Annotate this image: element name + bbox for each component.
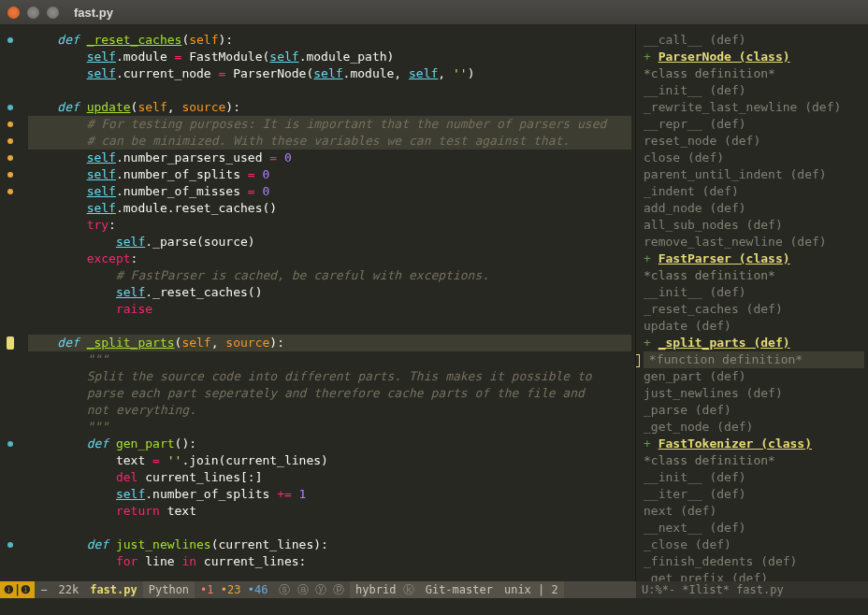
outline-item[interactable]: gen_part (def) bbox=[644, 368, 864, 385]
outline-item[interactable]: *class definition* bbox=[644, 267, 864, 284]
outline-label: FastParser (class) bbox=[658, 251, 790, 265]
outline-item[interactable]: _rewrite_last_newline (def) bbox=[644, 99, 864, 116]
code-line[interactable]: Split the source code into different par… bbox=[28, 368, 631, 385]
outline-item[interactable]: update (def) bbox=[644, 318, 864, 335]
gutter-marker[interactable] bbox=[7, 138, 13, 144]
code-line[interactable]: del current_lines[:] bbox=[28, 469, 631, 486]
fold-toggle-icon[interactable]: + bbox=[644, 336, 658, 350]
code-line[interactable]: """ bbox=[28, 351, 631, 368]
code-line[interactable] bbox=[28, 520, 631, 536]
gutter-marker[interactable] bbox=[7, 122, 13, 127]
outline-item[interactable]: + FastTokenizer (class) bbox=[644, 436, 864, 452]
outline-item[interactable]: __repr__ (def) bbox=[644, 116, 864, 133]
code-line[interactable]: text = ''.join(current_lines) bbox=[28, 452, 631, 469]
outline-item[interactable]: + _split_parts (def) bbox=[644, 335, 864, 351]
code-line[interactable]: self.module.reset_caches() bbox=[28, 200, 631, 217]
code-line[interactable]: # For testing purposes: It is important … bbox=[28, 116, 631, 133]
code-line[interactable]: self.number_of_misses = 0 bbox=[28, 183, 631, 200]
outline-item[interactable]: _close (def) bbox=[644, 536, 864, 553]
code-line[interactable]: not everything. bbox=[28, 402, 631, 419]
gutter-marker[interactable] bbox=[7, 37, 13, 43]
outline-label: __init__ (def) bbox=[644, 83, 746, 97]
status-git-branch[interactable]: Git-master bbox=[420, 581, 499, 598]
outline-label: parent_until_indent (def) bbox=[644, 167, 827, 181]
outline-item[interactable]: _finish_dedents (def) bbox=[644, 553, 864, 570]
code-line[interactable]: except: bbox=[28, 250, 631, 267]
code-line[interactable]: self._reset_caches() bbox=[28, 284, 631, 301]
outline-item[interactable]: remove_last_newline (def) bbox=[644, 234, 864, 250]
outline-item[interactable]: add_node (def) bbox=[644, 200, 864, 217]
gutter-marker[interactable] bbox=[7, 542, 13, 548]
code-editor[interactable]: def _reset_caches(self): self.module = F… bbox=[21, 24, 636, 581]
gutter-marker[interactable] bbox=[7, 105, 13, 110]
fold-toggle-icon[interactable]: + bbox=[644, 251, 658, 265]
outline-item[interactable]: _parse (def) bbox=[644, 402, 864, 419]
gutter-marker[interactable] bbox=[7, 336, 14, 350]
code-line[interactable]: def _split_parts(self, source): bbox=[28, 335, 631, 351]
gutter-marker[interactable] bbox=[7, 441, 13, 447]
code-line[interactable]: self.number_of_splits = 0 bbox=[28, 166, 631, 183]
outline-label: *class definition* bbox=[644, 66, 775, 80]
code-line[interactable]: for line in current_lines: bbox=[28, 553, 631, 570]
outline-item[interactable]: _indent (def) bbox=[644, 183, 864, 200]
gutter-marker[interactable] bbox=[7, 189, 13, 194]
outline-item[interactable]: __iter__ (def) bbox=[644, 486, 864, 503]
status-filename[interactable]: fast.py bbox=[84, 581, 143, 598]
maximize-icon[interactable] bbox=[47, 7, 59, 19]
outline-item[interactable]: _get_prefix (def) bbox=[644, 570, 864, 581]
minimize-icon[interactable] bbox=[27, 7, 39, 19]
outline-item[interactable]: __next__ (def) bbox=[644, 520, 864, 536]
outline-label: _finish_dedents (def) bbox=[644, 554, 797, 568]
code-line[interactable]: self.number_of_splits += 1 bbox=[28, 486, 631, 503]
code-line[interactable]: """ bbox=[28, 419, 631, 436]
outline-item[interactable]: __init__ (def) bbox=[644, 82, 864, 99]
code-line[interactable]: self.number_parsers_used = 0 bbox=[28, 150, 631, 166]
outline-item[interactable]: *class definition* bbox=[644, 452, 864, 469]
minibuffer[interactable] bbox=[0, 598, 868, 615]
code-line[interactable]: # can be minimized. With these variables… bbox=[28, 133, 631, 150]
outline-label: *function definition* bbox=[649, 352, 803, 366]
outline-panel[interactable]: __call__ (def)+ ParserNode (class) *clas… bbox=[636, 24, 868, 581]
code-line[interactable] bbox=[28, 318, 631, 335]
code-line[interactable]: self.module = FastModule(self.module_pat… bbox=[28, 49, 631, 65]
code-line[interactable]: def gen_part(): bbox=[28, 436, 631, 452]
outline-item[interactable]: *function definition* bbox=[644, 351, 864, 368]
close-icon[interactable] bbox=[7, 7, 20, 19]
outline-item[interactable]: + FastParser (class) bbox=[644, 250, 864, 267]
outline-item[interactable]: just_newlines (def) bbox=[644, 385, 864, 402]
code-line[interactable]: def just_newlines(current_lines): bbox=[28, 536, 631, 553]
code-line[interactable]: parse each part seperately and therefore… bbox=[28, 385, 631, 402]
outline-label: *class definition* bbox=[644, 268, 775, 282]
code-line[interactable]: return text bbox=[28, 503, 631, 520]
outline-item[interactable]: __init__ (def) bbox=[644, 469, 864, 486]
code-line[interactable]: def _reset_caches(self): bbox=[28, 32, 631, 49]
gutter-marker[interactable] bbox=[7, 172, 13, 178]
code-line[interactable]: try: bbox=[28, 217, 631, 234]
status-major-mode[interactable]: Python bbox=[143, 581, 195, 598]
outline-label: ParserNode (class) bbox=[658, 50, 790, 64]
outline-item[interactable]: all_sub_nodes (def) bbox=[644, 217, 864, 234]
fold-toggle-icon[interactable]: + bbox=[644, 436, 658, 451]
status-flag: ❶|❶ bbox=[0, 581, 35, 598]
outline-label: _rewrite_last_newline (def) bbox=[644, 100, 841, 114]
code-line[interactable]: # FastParser is cached, be careful with … bbox=[28, 267, 631, 284]
code-line[interactable] bbox=[28, 82, 631, 99]
outline-label: all_sub_nodes (def) bbox=[644, 218, 783, 232]
outline-item[interactable]: __call__ (def) bbox=[644, 32, 864, 49]
outline-item[interactable]: _get_node (def) bbox=[644, 419, 864, 436]
gutter-marker[interactable] bbox=[7, 155, 13, 161]
outline-item[interactable]: parent_until_indent (def) bbox=[644, 166, 864, 183]
code-line[interactable]: raise bbox=[28, 301, 631, 318]
code-line[interactable]: self._parse(source) bbox=[28, 234, 631, 250]
outline-item[interactable]: __init__ (def) bbox=[644, 284, 864, 301]
outline-item[interactable]: close (def) bbox=[644, 150, 864, 166]
code-line[interactable]: self.current_node = ParserNode(self.modu… bbox=[28, 65, 631, 82]
code-line[interactable]: def update(self, source): bbox=[28, 99, 631, 116]
outline-item[interactable]: + ParserNode (class) bbox=[644, 49, 864, 65]
outline-item[interactable]: reset_node (def) bbox=[644, 133, 864, 150]
outline-item[interactable]: next (def) bbox=[644, 503, 864, 520]
fold-toggle-icon[interactable]: + bbox=[644, 50, 658, 64]
status-flycheck[interactable]: •1 •23 •46 bbox=[195, 581, 273, 598]
outline-item[interactable]: *class definition* bbox=[644, 65, 864, 82]
outline-item[interactable]: _reset_caches (def) bbox=[644, 301, 864, 318]
